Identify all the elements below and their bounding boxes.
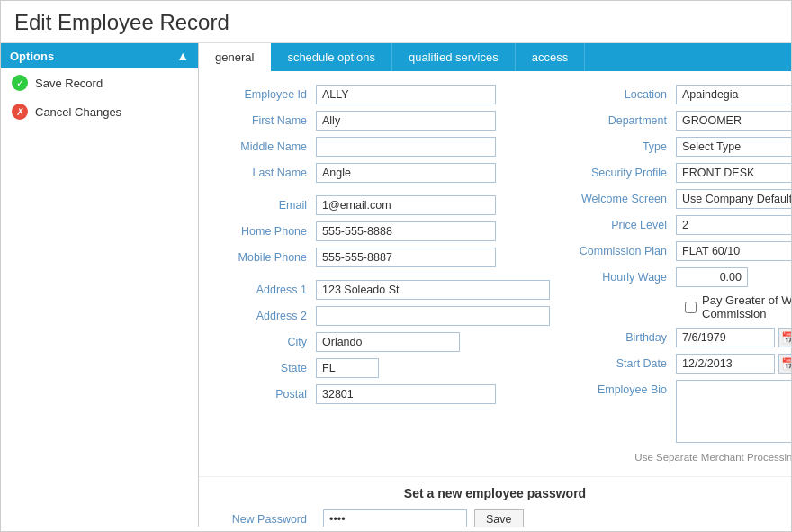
sidebar-collapse-icon[interactable]: ▲ [176, 49, 189, 63]
middle-name-label: Middle Name [217, 140, 316, 153]
commission-plan-label: Commission Plan [568, 245, 676, 257]
address1-input[interactable] [316, 280, 550, 300]
save-record-label: Save Record [35, 77, 103, 90]
tab-schedule-options[interactable]: schedule options [271, 43, 392, 71]
welcome-screen-label: Welcome Screen [568, 193, 676, 205]
password-section-title: Set a new employee password [217, 486, 773, 500]
sidebar-header: Options ▲ [1, 43, 198, 68]
middle-name-input[interactable] [316, 137, 496, 157]
type-select[interactable]: Select Type [676, 137, 791, 157]
mobile-phone-input[interactable] [316, 248, 496, 267]
sidebar: Options ▲ ✓ Save Record ✗ Cancel Changes [1, 43, 199, 527]
main-layout: Options ▲ ✓ Save Record ✗ Cancel Changes… [1, 43, 791, 527]
state-input[interactable] [316, 358, 379, 378]
type-label: Type [568, 140, 676, 153]
address2-input[interactable] [316, 306, 550, 326]
postal-label: Postal [217, 388, 316, 401]
postal-input[interactable] [316, 384, 496, 404]
price-level-select[interactable]: 2 [676, 215, 791, 235]
security-profile-label: Security Profile [568, 167, 676, 179]
start-date-group: 📅 [676, 354, 791, 374]
location-select[interactable]: Apaindegia [676, 85, 791, 104]
tab-qualified-services[interactable]: qualified services [392, 43, 516, 71]
welcome-screen-select[interactable]: Use Company Default [676, 189, 791, 209]
security-profile-row: Security Profile FRONT DESK [568, 163, 791, 183]
employee-id-row: Employee Id [217, 85, 550, 104]
location-row: Location Apaindegia [568, 85, 791, 104]
sidebar-header-label: Options [10, 50, 54, 63]
employee-bio-area [676, 380, 791, 446]
employee-bio-row: Employee Bio [568, 380, 791, 446]
birthday-date-group: 📅 [676, 328, 791, 347]
location-label: Location [568, 88, 676, 101]
start-date-label: Start Date [568, 357, 676, 370]
email-row: Email [217, 195, 550, 215]
check-icon: ✓ [12, 75, 28, 91]
city-row: City [217, 332, 550, 352]
commission-plan-select[interactable]: FLAT 60/10 [676, 241, 791, 261]
address1-row: Address 1 [217, 280, 550, 300]
tab-access[interactable]: access [516, 43, 585, 71]
hourly-wage-input[interactable] [676, 267, 748, 287]
last-name-label: Last Name [217, 167, 316, 179]
birthday-calendar-icon[interactable]: 📅 [778, 328, 791, 347]
pay-greater-row: Pay Greater of Wages or Commission [568, 293, 791, 320]
hourly-wage-label: Hourly Wage [568, 271, 676, 284]
birthday-input[interactable] [676, 328, 775, 347]
first-name-input[interactable] [316, 111, 496, 131]
employee-bio-label: Employee Bio [568, 380, 676, 396]
type-row: Type Select Type [568, 137, 791, 157]
sidebar-item-save-record[interactable]: ✓ Save Record [1, 68, 198, 97]
tab-bar: general schedule options qualified servi… [199, 43, 791, 71]
price-level-row: Price Level 2 [568, 215, 791, 235]
cancel-changes-label: Cancel Changes [35, 105, 122, 119]
department-label: Department [568, 114, 676, 127]
form-right: Location Apaindegia Department GROOMER [568, 85, 791, 463]
last-name-input[interactable] [316, 163, 496, 183]
form-left: Employee Id First Name Middle Name [217, 85, 550, 463]
content-area: general schedule options qualified servi… [199, 43, 791, 527]
save-password-button[interactable]: Save [474, 509, 524, 527]
department-select[interactable]: GROOMER [676, 111, 791, 131]
city-label: City [217, 336, 316, 348]
x-icon: ✗ [12, 104, 28, 120]
hourly-wage-row: Hourly Wage [568, 267, 791, 287]
middle-name-row: Middle Name [217, 137, 550, 157]
home-phone-label: Home Phone [217, 225, 316, 238]
pay-greater-checkbox[interactable] [685, 302, 697, 313]
password-label: New Password [217, 513, 316, 526]
city-input[interactable] [316, 332, 460, 352]
birthday-label: Birthday [568, 331, 676, 344]
password-row: New Password Save [217, 509, 773, 527]
page-title: Edit Employee Record [1, 1, 791, 43]
mobile-phone-row: Mobile Phone [217, 248, 550, 267]
employee-bio-textarea[interactable] [676, 380, 791, 443]
state-row: State [217, 358, 550, 378]
merchant-note: Use Separate Merchant Processing Account [568, 452, 791, 463]
start-date-input[interactable] [676, 354, 775, 374]
address1-label: Address 1 [217, 284, 316, 296]
start-date-row: Start Date 📅 [568, 354, 791, 374]
page-wrapper: Edit Employee Record Options ▲ ✓ Save Re… [0, 0, 792, 532]
last-name-row: Last Name [217, 163, 550, 183]
employee-id-input[interactable] [316, 85, 496, 104]
tab-general[interactable]: general [199, 43, 271, 71]
mobile-phone-label: Mobile Phone [217, 251, 316, 264]
first-name-row: First Name [217, 111, 550, 131]
home-phone-row: Home Phone [217, 221, 550, 241]
address2-label: Address 2 [217, 310, 316, 322]
sidebar-item-cancel-changes[interactable]: ✗ Cancel Changes [1, 97, 198, 126]
email-input[interactable] [316, 195, 496, 215]
home-phone-input[interactable] [316, 221, 496, 241]
address2-row: Address 2 [217, 306, 550, 326]
security-profile-select[interactable]: FRONT DESK [676, 163, 791, 183]
price-level-label: Price Level [568, 219, 676, 231]
welcome-screen-row: Welcome Screen Use Company Default [568, 189, 791, 209]
employee-id-label: Employee Id [217, 88, 316, 101]
pay-greater-label: Pay Greater of Wages or Commission [702, 293, 791, 320]
new-password-input[interactable] [323, 509, 467, 527]
start-date-calendar-icon[interactable]: 📅 [778, 354, 791, 374]
commission-plan-row: Commission Plan FLAT 60/10 [568, 241, 791, 261]
first-name-label: First Name [217, 114, 316, 127]
form-area: Employee Id First Name Middle Name [199, 71, 791, 476]
